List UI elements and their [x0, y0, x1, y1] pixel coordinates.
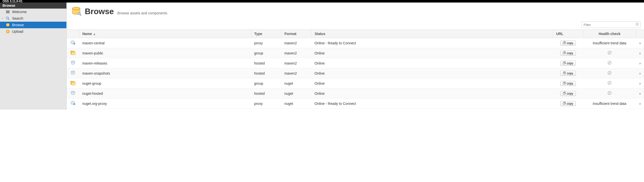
copy-url-button[interactable]: copy [560, 51, 576, 56]
chevron-right-icon[interactable]: › [639, 51, 641, 55]
cell-name: maven-public [79, 48, 251, 58]
repo-hosted-icon [70, 91, 75, 95]
repositories-table: Name▲ Type Format Status URL Health chec… [67, 29, 644, 109]
table-row[interactable]: nuget-group group nuget Online copy › [67, 78, 644, 88]
svg-rect-51 [563, 103, 565, 105]
cell-health [583, 48, 636, 58]
cell-format: maven2 [281, 68, 311, 78]
table-row[interactable]: nuget.org-proxy proxy nuget Online - Rea… [67, 99, 644, 109]
copy-icon [563, 62, 566, 65]
cell-type: proxy [251, 38, 281, 48]
svg-rect-15 [563, 42, 565, 44]
sidebar-item-search[interactable]: + Search [0, 15, 66, 22]
copy-url-button[interactable]: copy [560, 101, 576, 106]
copy-label: copy [567, 82, 573, 85]
cell-format: maven2 [281, 38, 311, 48]
cell-health [583, 78, 636, 88]
svg-line-41 [609, 82, 611, 84]
health-na-icon [608, 51, 612, 55]
sidebar-header: Browse [0, 3, 66, 9]
col-name[interactable]: Name▲ [79, 30, 251, 38]
chevron-right-icon[interactable]: › [639, 81, 641, 85]
clear-filter-icon[interactable] [635, 22, 639, 27]
chevron-right-icon[interactable]: › [639, 61, 641, 65]
svg-line-4 [8, 19, 9, 20]
copy-icon [563, 41, 566, 45]
copy-url-button[interactable]: copy [560, 61, 576, 66]
copy-url-button[interactable]: copy [560, 41, 576, 46]
cell-name: nuget-group [79, 78, 251, 88]
svg-line-34 [609, 72, 611, 74]
cell-health: Insufficient trend data [583, 99, 636, 109]
cell-name: maven-snapshots [79, 68, 251, 78]
col-health[interactable]: Health check [583, 30, 636, 38]
cell-type: hosted [251, 68, 281, 78]
chevron-right-icon[interactable]: › [639, 102, 641, 106]
health-trend-label: Insufficient trend data [593, 102, 626, 106]
svg-point-9 [78, 12, 80, 15]
copy-url-button[interactable]: copy [560, 71, 576, 76]
cell-health [583, 58, 636, 68]
copy-label: copy [567, 51, 573, 55]
expand-icon[interactable]: + [2, 17, 3, 20]
repo-hosted-icon [70, 71, 75, 75]
col-type[interactable]: Type [251, 30, 281, 38]
svg-rect-37 [71, 82, 75, 85]
cell-status: Online [311, 88, 553, 99]
table-row[interactable]: maven-central proxy maven2 Online - Read… [67, 38, 644, 48]
copy-icon [563, 92, 566, 95]
cell-health: Insufficient trend data [583, 38, 636, 48]
svg-rect-0 [6, 11, 10, 11]
cell-name: maven-releases [79, 58, 251, 68]
svg-rect-1 [6, 12, 10, 12]
cell-health [583, 68, 636, 78]
health-trend-label: Insufficient trend data [593, 41, 626, 45]
copy-label: copy [567, 62, 573, 65]
cell-type: group [251, 48, 281, 58]
filter-input[interactable] [581, 21, 640, 28]
table-header-row: Name▲ Type Format Status URL Health chec… [67, 30, 644, 38]
chevron-right-icon[interactable]: › [639, 92, 641, 96]
page-title: Browse [85, 7, 114, 16]
cell-name: nuget-hosted [79, 88, 251, 99]
cell-format: nuget [281, 88, 311, 99]
browse-icon [6, 23, 10, 27]
copy-icon [563, 82, 566, 85]
sidebar-item-welcome[interactable]: Welcome [0, 9, 66, 15]
copy-label: copy [567, 92, 573, 95]
chevron-right-icon[interactable]: › [639, 71, 641, 75]
search-icon [6, 16, 10, 21]
sidebar-item-browse[interactable]: Browse [0, 22, 66, 28]
table-row[interactable]: maven-releases hosted maven2 Online copy… [67, 58, 644, 68]
svg-rect-26 [563, 62, 565, 64]
cell-format: maven2 [281, 48, 311, 58]
repo-group-icon [70, 50, 75, 55]
svg-rect-45 [563, 93, 565, 95]
svg-rect-18 [71, 52, 75, 55]
svg-line-47 [609, 92, 611, 94]
svg-line-10 [80, 15, 81, 16]
copy-label: copy [567, 41, 573, 45]
sidebar-item-upload[interactable]: Upload [0, 28, 66, 35]
svg-line-22 [609, 51, 611, 53]
copy-icon [563, 102, 566, 105]
health-na-icon [608, 71, 612, 76]
table-row[interactable]: nuget-hosted hosted nuget Online copy › [67, 88, 644, 99]
col-name-label: Name [83, 32, 92, 36]
cell-status: Online - Ready to Connect [311, 99, 553, 109]
col-url[interactable]: URL [553, 30, 583, 38]
col-status[interactable]: Status [311, 30, 553, 38]
copy-url-button[interactable]: copy [560, 81, 576, 86]
svg-rect-39 [563, 82, 565, 84]
table-row[interactable]: maven-public group maven2 Online copy › [67, 48, 644, 58]
col-format[interactable]: Format [281, 30, 311, 38]
upload-icon [6, 29, 10, 34]
cell-format: nuget [281, 78, 311, 88]
health-na-icon [608, 92, 612, 96]
health-na-icon [608, 61, 612, 66]
chevron-right-icon[interactable]: › [639, 41, 641, 45]
copy-url-button[interactable]: copy [560, 91, 576, 96]
cell-status: Online [311, 68, 553, 78]
cell-type: hosted [251, 58, 281, 68]
table-row[interactable]: maven-snapshots hosted maven2 Online cop… [67, 68, 644, 78]
